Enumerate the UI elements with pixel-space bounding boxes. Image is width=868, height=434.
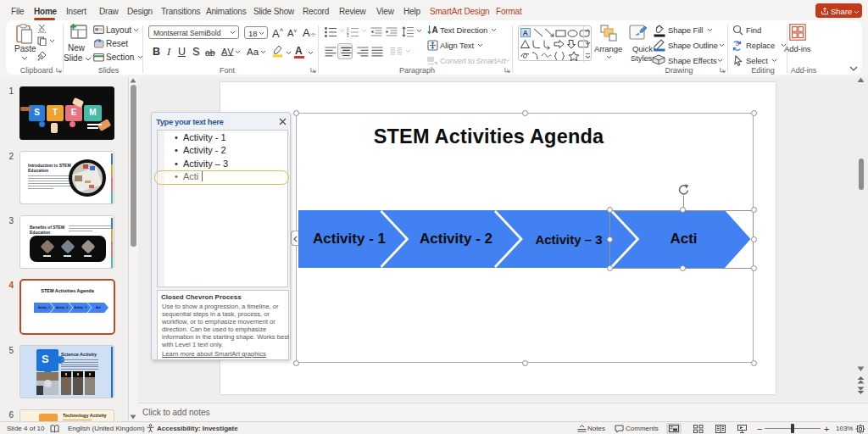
svg-text:Activity – 3: Activity – 3	[75, 306, 87, 309]
svg-text:Acti: Acti	[96, 306, 101, 309]
svg-text:3: 3	[347, 34, 349, 37]
svg-text:A: A	[432, 25, 438, 35]
svg-text:Activity - 1: Activity - 1	[38, 306, 51, 309]
svg-text:A: A	[523, 29, 529, 37]
svg-text:Activity - 2: Activity - 2	[56, 306, 69, 309]
